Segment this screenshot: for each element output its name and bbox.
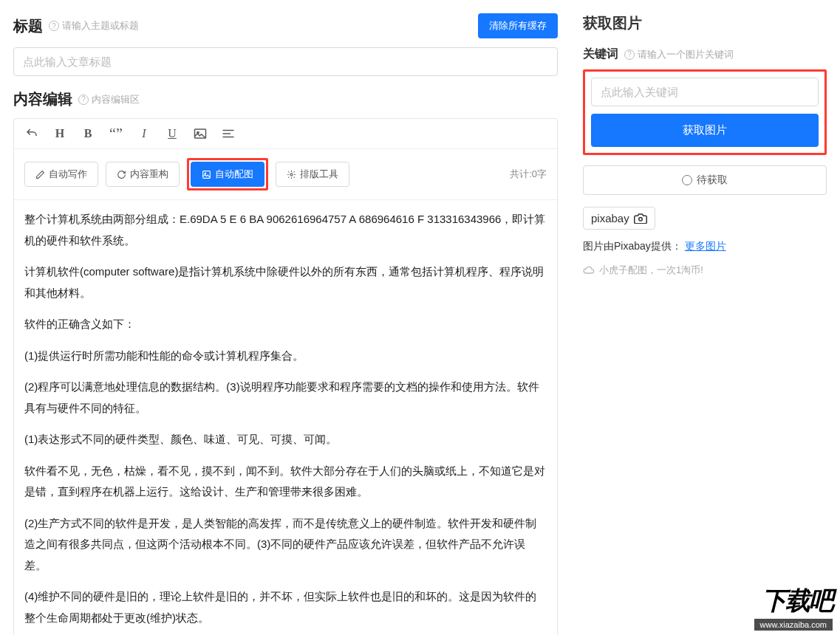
paragraph: (1)表达形式不同的硬件类型、颜色、味道、可见、可摸、可闻。 — [24, 429, 547, 450]
get-image-title: 获取图片 — [583, 13, 827, 33]
article-title-input[interactable] — [13, 47, 558, 76]
keyword-hint: ? 请输入一个图片关键词 — [624, 48, 734, 61]
image-icon[interactable] — [193, 126, 208, 141]
camera-icon — [634, 213, 647, 224]
content-area[interactable]: 整个计算机系统由两部分组成：E.69DA 5 E 6 BA 9062616964… — [14, 200, 557, 635]
clear-cache-button[interactable]: 清除所有缓存 — [478, 13, 558, 38]
auto-image-button[interactable]: 自动配图 — [191, 162, 264, 187]
keyword-label: 关键词 — [583, 47, 618, 62]
bold-icon[interactable]: B — [81, 126, 95, 141]
underline-icon[interactable]: U — [165, 126, 180, 141]
format-toolbar: H B “” I U — [14, 119, 557, 149]
paragraph: 软件看不见，无色，枯燥，看不见，摸不到，闻不到。软件大部分存在于人们的头脑或纸上… — [24, 461, 547, 503]
footer-note: 小虎子配图，一次1淘币! — [583, 264, 827, 277]
pending-button[interactable]: 待获取 — [583, 165, 827, 195]
paragraph: 计算机软件(computer software)是指计算机系统中除硬件以外的所有… — [24, 261, 547, 303]
refresh-icon — [117, 170, 126, 179]
pencil-icon — [35, 170, 45, 179]
get-image-button[interactable]: 获取图片 — [591, 114, 819, 147]
paragraph: (2)程序可以满意地处理信息的数据结构。(3)说明程序功能要求和程序需要的文档的… — [24, 377, 547, 419]
settings-icon — [287, 170, 296, 179]
layout-tool-button[interactable]: 排版工具 — [276, 162, 349, 187]
pixabay-badge: pixabay — [583, 207, 655, 230]
undo-icon[interactable] — [24, 126, 39, 141]
auto-write-button[interactable]: 自动写作 — [24, 162, 98, 187]
content-edit-title: 内容编辑 — [13, 89, 72, 109]
paragraph: 整个计算机系统由两部分组成：E.69DA 5 E 6 BA 9062616964… — [24, 209, 547, 251]
paragraph: (2)生产方式不同的软件是开发，是人类智能的高发挥，而不是传统意义上的硬件制造。… — [24, 513, 547, 577]
circle-icon — [682, 175, 692, 185]
page-title: 标题 — [13, 16, 43, 36]
heading-icon[interactable]: H — [52, 126, 67, 141]
word-count: 共计:0字 — [510, 168, 547, 181]
title-section-header: 标题 ? 请输入主题或标题 清除所有缓存 — [13, 13, 558, 38]
keyword-highlight-box: 获取图片 — [583, 69, 827, 155]
title-hint: ? 请输入主题或标题 — [49, 19, 139, 32]
svg-point-7 — [290, 173, 293, 175]
italic-icon[interactable]: I — [137, 126, 151, 141]
paragraph: 软件的正确含义如下： — [24, 314, 547, 335]
info-icon: ? — [49, 21, 59, 31]
picture-icon — [202, 170, 211, 179]
editor-card: H B “” I U 自动写作 内容重构 — [13, 118, 558, 635]
image-credit: 图片由Pixabay提供： 更多图片 — [583, 240, 827, 253]
keyword-input[interactable] — [591, 78, 819, 106]
cloud-icon — [583, 266, 595, 275]
more-images-link[interactable]: 更多图片 — [685, 240, 726, 252]
watermark: 下载吧 www.xiazaiba.com — [754, 584, 833, 631]
svg-point-6 — [205, 173, 206, 174]
svg-point-8 — [638, 217, 642, 221]
info-icon: ? — [78, 95, 89, 105]
info-icon: ? — [624, 49, 635, 60]
content-edit-hint: ? 内容编辑区 — [78, 93, 140, 106]
align-icon[interactable] — [221, 126, 236, 141]
paragraph: (4)维护不同的硬件是旧的，理论上软件是旧的，并不坏，但实际上软件也是旧的和坏的… — [24, 586, 547, 628]
content-restructure-button[interactable]: 内容重构 — [106, 162, 180, 187]
quote-icon[interactable]: “” — [109, 126, 123, 141]
paragraph: (1)提供运行时所需功能和性能的命令或计算机程序集合。 — [24, 346, 547, 367]
svg-rect-5 — [203, 171, 211, 178]
auto-image-highlight: 自动配图 — [187, 158, 268, 190]
action-toolbar: 自动写作 内容重构 自动配图 排版工具 共计:0字 — [14, 149, 557, 200]
